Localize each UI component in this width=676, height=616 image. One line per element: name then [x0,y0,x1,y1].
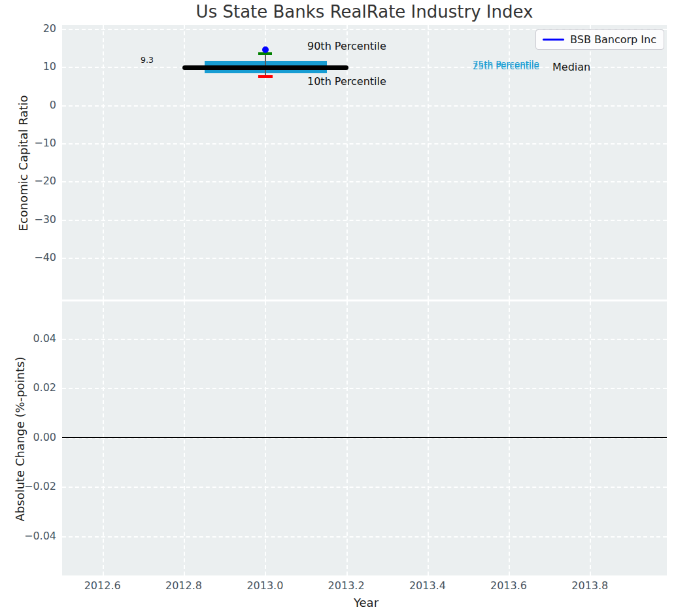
ytick-bottom-n004: −0.04 [0,530,56,543]
legend-entry-label: BSB Bancorp Inc [570,33,656,46]
xtick-2012-6: 2012.6 [73,579,132,592]
gridline-horizontal [62,258,667,259]
gridline-horizontal [62,181,667,182]
gridline-horizontal [62,143,667,145]
ytick-bottom-004: 0.04 [0,332,56,345]
gridline-horizontal [62,536,667,538]
legend-line-sample [543,39,564,41]
company-data-point [262,46,269,53]
gridline-horizontal [62,339,667,340]
zero-reference-line [62,437,667,439]
xtick-2013-4: 2013.4 [398,579,457,592]
xtick-2013-8: 2013.8 [560,579,619,592]
bottom-y-axis-label: Absolute Change (%-points) [13,328,27,551]
x-axis-label: Year [333,596,399,609]
ytick-top-20: 20 [0,22,56,35]
gridline-horizontal [62,487,667,488]
ytick-bottom-002: 0.02 [0,381,56,394]
top-plot-area: 9.3 90th Percentile 10th Percentile 75th… [62,25,667,299]
median-value-label: 9.3 [141,55,154,65]
legend-box: BSB Bancorp Inc [535,29,664,50]
p10-annotation: 10th Percentile [307,75,386,88]
xtick-2013-0: 2013.0 [235,579,294,592]
ytick-bottom-000: 0.00 [0,431,56,444]
xtick-2013-2: 2013.2 [317,579,376,592]
p25-annotation: 25th Percentile [473,61,539,72]
top-y-axis-label: Economic Capital Ratio [16,65,30,262]
ytick-bottom-n002: −0.02 [0,480,56,493]
xtick-2012-8: 2012.8 [154,579,213,592]
bottom-plot-area [62,301,667,575]
p10-tick-marker [258,75,273,78]
p90-annotation: 90th Percentile [307,40,386,53]
gridline-horizontal [62,220,667,221]
gridline-horizontal [62,388,667,389]
median-annotation: Median [552,61,590,74]
xtick-2013-6: 2013.6 [479,579,538,592]
median-bar [182,65,348,70]
gridline-horizontal [62,105,667,107]
chart-title: Us State Banks RealRate Industry Index [62,2,667,22]
